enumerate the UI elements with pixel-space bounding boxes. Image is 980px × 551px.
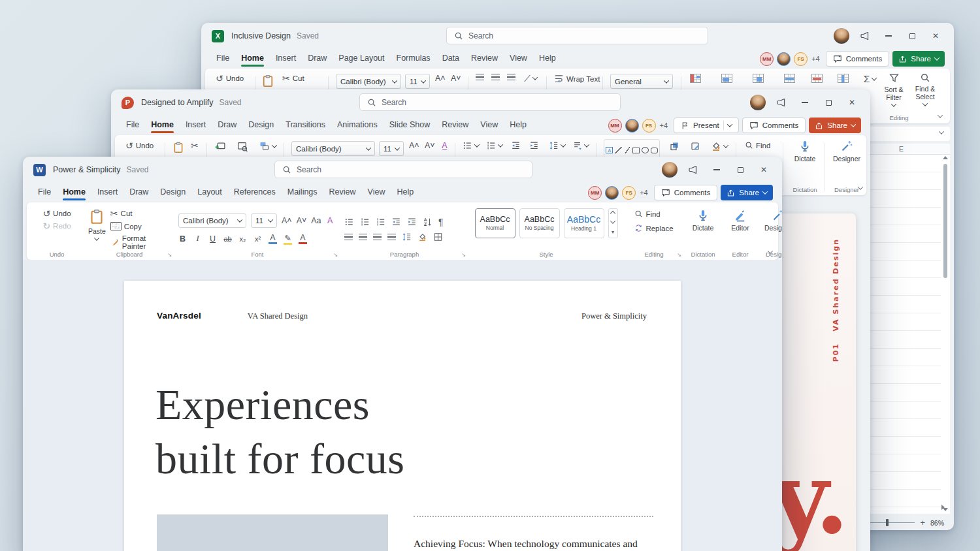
shading-icon[interactable] <box>417 232 427 242</box>
tab-review[interactable]: Review <box>436 117 474 134</box>
tab-draw[interactable]: Draw <box>212 117 242 134</box>
tab-data[interactable]: Data <box>436 50 465 67</box>
change-case-button[interactable]: Aa <box>311 216 321 225</box>
numbered-list-icon[interactable] <box>360 217 370 227</box>
insert-cells-icon[interactable] <box>784 74 795 83</box>
scroll-right-icon[interactable] <box>941 505 945 510</box>
format-painter-button[interactable]: Format Painter <box>110 234 171 250</box>
tab-draw[interactable]: Draw <box>123 184 154 201</box>
shrink-font-button[interactable]: A˅ <box>425 141 435 150</box>
multilevel-list-icon[interactable] <box>376 217 385 227</box>
cut-button[interactable]: ✂Cut <box>282 74 304 83</box>
increase-indent-button[interactable] <box>529 141 539 153</box>
account-avatar[interactable] <box>746 93 770 112</box>
redo-button[interactable]: ↻Redo <box>42 221 71 230</box>
find-button[interactable]: Find <box>745 141 770 150</box>
font-name-select[interactable]: Calibri (Body) <box>291 141 375 156</box>
collaborator-overflow[interactable]: +4 <box>660 121 668 129</box>
powerpoint-app-icon[interactable]: P <box>122 97 134 109</box>
share-button[interactable]: Share <box>892 51 945 67</box>
close-button[interactable]: ✕ <box>924 26 947 46</box>
shape-fill-button[interactable] <box>711 141 728 151</box>
align-middle-icon[interactable] <box>491 74 500 80</box>
arrange-button[interactable] <box>669 141 680 154</box>
number-format-select[interactable]: General <box>610 74 673 89</box>
shrink-font-button[interactable]: A˅ <box>297 216 307 225</box>
tab-home[interactable]: Home <box>57 184 91 201</box>
word-app-icon[interactable]: W <box>33 164 46 176</box>
minimize-button[interactable] <box>793 93 817 112</box>
font-size-select[interactable]: 11 <box>379 141 404 156</box>
find-button[interactable]: Find <box>634 210 673 218</box>
collaborator-avatar-fs[interactable]: FS <box>622 186 636 200</box>
tab-formulas[interactable]: Formulas <box>391 50 436 67</box>
tab-file[interactable]: File <box>32 184 57 201</box>
maximize-button[interactable] <box>728 160 752 180</box>
quick-styles-button[interactable] <box>690 141 701 154</box>
autosum-button[interactable]: Σ <box>864 74 876 84</box>
word-search-input[interactable]: Search <box>274 161 532 178</box>
format-as-table-icon[interactable] <box>721 74 732 83</box>
italic-button[interactable]: I <box>193 234 202 244</box>
clear-formatting-button[interactable]: A̲ <box>440 141 449 150</box>
sort-icon[interactable] <box>423 217 433 227</box>
present-button[interactable]: Present <box>674 118 739 133</box>
rounded-rectangle-icon[interactable] <box>651 148 658 153</box>
collaborator-avatar-mm[interactable]: MM <box>588 186 602 200</box>
font-color-button[interactable]: A <box>299 233 307 244</box>
tab-references[interactable]: References <box>228 184 282 201</box>
zoom-in-icon[interactable]: + <box>920 518 925 527</box>
dictate-button[interactable]: Dictate <box>693 207 714 232</box>
close-button[interactable]: ✕ <box>840 93 864 112</box>
rectangle-icon[interactable] <box>632 148 640 153</box>
pilcrow-icon[interactable]: ¶ <box>438 217 444 227</box>
find-select-button[interactable]: Find &Select <box>911 72 939 106</box>
dictate-button[interactable]: Dictate <box>789 140 821 163</box>
collaborator-avatar-mm[interactable]: MM <box>760 52 774 66</box>
tab-review[interactable]: Review <box>323 184 362 201</box>
zoom-level[interactable]: 86% <box>930 519 949 527</box>
clear-formatting-button[interactable]: A <box>326 216 335 225</box>
align-bottom-icon[interactable] <box>507 74 515 80</box>
editor-button[interactable]: Editor <box>731 207 749 232</box>
comments-button[interactable]: Comments <box>654 185 718 200</box>
scrollbar-thumb[interactable] <box>943 164 947 278</box>
text-box-icon[interactable]: A <box>606 147 613 153</box>
conditional-formatting-icon[interactable] <box>690 74 701 83</box>
wrap-text-button[interactable]: Wrap Text <box>554 74 600 84</box>
delete-cells-icon[interactable] <box>811 74 823 83</box>
collaborator-avatar-fs[interactable]: FS <box>794 52 808 66</box>
highlight-button[interactable]: ✎ <box>284 233 292 245</box>
dialog-launcher-icon[interactable]: ↘ <box>167 252 172 258</box>
tab-design[interactable]: Design <box>242 117 280 134</box>
tab-page-layout[interactable]: Page Layout <box>333 50 390 67</box>
tab-slide-show[interactable]: Slide Show <box>384 117 436 134</box>
tab-draw[interactable]: Draw <box>302 50 333 67</box>
decrease-indent-button[interactable] <box>511 141 521 153</box>
decrease-indent-icon[interactable] <box>391 217 401 227</box>
style-heading-1[interactable]: AaBbCc Heading 1 <box>564 208 604 238</box>
font-name-select[interactable]: Calibri (Body) <box>336 74 401 89</box>
undo-button[interactable]: ↺Undo <box>216 74 244 83</box>
excel-vertical-scrollbar[interactable] <box>942 156 949 511</box>
excel-search-input[interactable]: Search <box>446 27 708 44</box>
grow-font-button[interactable]: A˄ <box>282 216 292 225</box>
undo-button[interactable]: ↺Undo <box>125 141 154 150</box>
share-button[interactable]: Share <box>721 185 773 200</box>
tab-view[interactable]: View <box>504 50 533 67</box>
expand-formula-bar-icon[interactable] <box>939 129 944 134</box>
strikethrough-button[interactable]: ab <box>223 235 232 243</box>
align-justify-icon[interactable] <box>387 234 396 240</box>
maximize-button[interactable] <box>900 26 924 46</box>
tab-mailings[interactable]: Mailings <box>282 184 323 201</box>
minimize-button[interactable] <box>705 160 728 180</box>
comments-button[interactable]: Comments <box>742 118 806 133</box>
tab-insert[interactable]: Insert <box>91 184 123 201</box>
scroll-up-icon[interactable] <box>943 156 948 159</box>
tab-animations[interactable]: Animations <box>331 117 384 134</box>
font-name-select[interactable]: Calibri (Body) <box>178 213 246 228</box>
tab-design[interactable]: Design <box>154 184 191 201</box>
tab-insert[interactable]: Insert <box>270 50 302 67</box>
feedback-button[interactable] <box>770 93 793 112</box>
feedback-button[interactable] <box>681 160 705 180</box>
